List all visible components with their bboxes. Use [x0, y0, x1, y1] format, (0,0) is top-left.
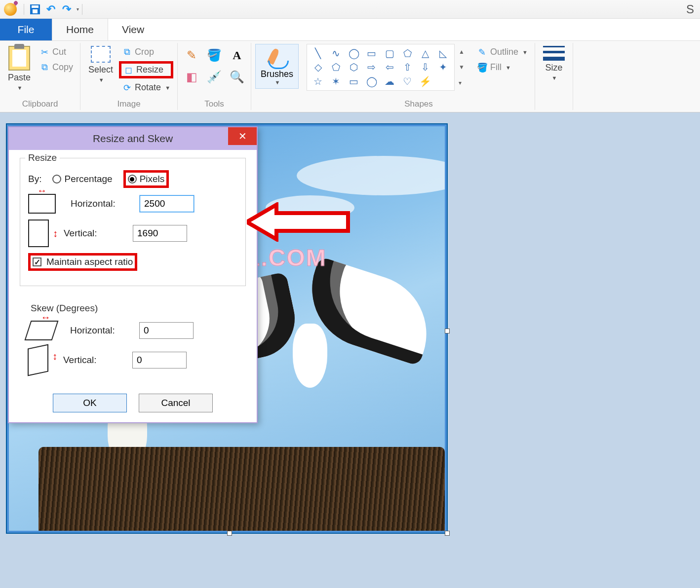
radio-pixels[interactable]: Pixels — [123, 170, 169, 188]
size-icon — [543, 46, 565, 61]
separator — [24, 4, 24, 15]
select-button[interactable]: Select ▼ — [84, 44, 117, 85]
tab-home[interactable]: Home — [52, 19, 108, 40]
maintain-aspect-checkbox[interactable]: ✓ Maintain aspect ratio — [28, 253, 137, 271]
magnifier-tool[interactable]: 🔍 — [227, 68, 247, 86]
shape-triangle-icon[interactable]: △ — [418, 47, 433, 59]
shape-lightning-icon[interactable]: ⚡ — [418, 75, 433, 87]
resize-skew-dialog: Resize and Skew ✕ Resize By: Percentage … — [8, 126, 258, 423]
skew-vertical-input[interactable] — [132, 352, 187, 368]
maintain-aspect-label: Maintain aspect ratio — [46, 257, 133, 267]
size-label: Size — [545, 63, 562, 73]
resize-label: Resize — [136, 65, 163, 75]
shape-right-triangle-icon[interactable]: ◺ — [435, 47, 451, 59]
resize-vertical-input[interactable] — [133, 225, 187, 242]
eraser-tool[interactable]: ◧ — [182, 68, 201, 86]
dialog-title: Resize and Skew — [93, 133, 173, 145]
size-button[interactable]: Size ▼ — [539, 44, 569, 83]
brushes-button[interactable]: Brushes ▼ — [255, 44, 299, 89]
shapes-gallery[interactable]: ╲ ∿ ◯ ▭ ▢ ⬠ △ ◺ ◇ ⬠ ⬡ ⇨ ⇦ ⇧ ⇩ ✦ ☆ — [307, 44, 455, 91]
crop-button[interactable]: ⧉ Crop — [119, 46, 173, 58]
radio-icon — [128, 175, 137, 184]
shape-pentagon-icon[interactable]: ⬠ — [328, 61, 344, 73]
text-tool[interactable]: A — [227, 46, 247, 65]
shape-polygon-icon[interactable]: ⬠ — [399, 47, 415, 59]
resize-vertical-label: Vertical: — [64, 228, 118, 239]
outline-icon: ✎ — [477, 47, 487, 57]
save-icon — [30, 4, 40, 14]
ok-button[interactable]: OK — [53, 394, 127, 412]
copy-button[interactable]: ⧉ Copy — [37, 61, 76, 74]
skew-horizontal-icon — [25, 321, 59, 340]
shape-callout-rect-icon[interactable]: ▭ — [346, 75, 362, 87]
cancel-button[interactable]: Cancel — [139, 394, 213, 412]
shape-callout-cloud-icon[interactable]: ☁ — [382, 75, 397, 87]
shape-arrow-down-icon[interactable]: ⇩ — [418, 61, 433, 73]
group-label: Image — [117, 99, 140, 109]
undo-button[interactable]: ↶ — [44, 2, 58, 16]
shape-4star-icon[interactable]: ✦ — [435, 61, 451, 73]
redo-button[interactable]: ↷ — [60, 2, 74, 16]
shapes-scroll-down[interactable]: ▼ — [457, 62, 467, 73]
shape-outline-button[interactable]: ✎ Outline ▼ — [474, 46, 531, 58]
checkbox-icon: ✓ — [33, 257, 41, 266]
shape-heart-icon[interactable]: ♡ — [399, 75, 415, 87]
copy-icon: ⧉ — [39, 63, 49, 73]
dialog-titlebar[interactable]: Resize and Skew ✕ — [9, 127, 257, 150]
shape-callout-oval-icon[interactable]: ◯ — [364, 75, 380, 87]
decorative-nest — [39, 447, 445, 531]
resize-horizontal-label: Horizontal: — [71, 198, 125, 209]
shape-oval-icon[interactable]: ◯ — [346, 47, 362, 59]
dialog-close-button[interactable]: ✕ — [228, 127, 257, 145]
rotate-button[interactable]: ⟳ Rotate ▼ — [119, 81, 173, 94]
resize-handle-right[interactable] — [445, 329, 450, 333]
shape-line-icon[interactable]: ╲ — [310, 47, 326, 59]
close-icon: ✕ — [238, 130, 247, 142]
group-label — [276, 99, 278, 109]
color-picker-tool[interactable]: 💉 — [204, 68, 224, 86]
shapes-scroll: ▲ ▼ ▾ — [455, 44, 468, 91]
shapes-scroll-up[interactable]: ▲ — [457, 46, 467, 57]
group-clipboard: Paste ▼ ✂ Cut ⧉ Copy Clipboard — [0, 43, 80, 110]
skew-horizontal-label: Horizontal: — [70, 325, 124, 336]
resize-button[interactable]: ◻ Resize — [119, 61, 173, 78]
shape-curve-icon[interactable]: ∿ — [328, 47, 344, 59]
resize-handle-corner[interactable] — [445, 531, 450, 536]
shapes-expand[interactable]: ▾ — [457, 77, 467, 88]
qat-customize[interactable]: ▾ — [77, 6, 79, 12]
fill-label: Fill — [490, 62, 502, 73]
select-icon — [91, 46, 111, 63]
save-button[interactable] — [28, 2, 42, 16]
shape-arrow-left-icon[interactable]: ⇦ — [382, 61, 397, 73]
tab-strip: File Home View — [0, 19, 700, 41]
tab-view[interactable]: View — [108, 19, 158, 40]
paste-button[interactable]: Paste ▼ — [4, 44, 35, 93]
shape-arrow-up-icon[interactable]: ⇧ — [399, 61, 415, 73]
shape-roundrect-icon[interactable]: ▢ — [382, 47, 397, 59]
shape-5star-icon[interactable]: ☆ — [310, 75, 326, 87]
shape-6star-icon[interactable]: ✶ — [328, 75, 344, 87]
paste-icon — [8, 46, 30, 71]
group-tools: ✎ 🪣 A ◧ 💉 🔍 Tools — [178, 43, 251, 110]
shape-fill-button[interactable]: 🪣 Fill ▼ — [474, 61, 531, 74]
fill-tool[interactable]: 🪣 — [204, 46, 224, 65]
shape-arrow-right-icon[interactable]: ⇨ — [364, 61, 380, 73]
brush-icon — [266, 47, 288, 69]
group-image: Select ▼ ⧉ Crop ◻ Resize ⟳ Rotate ▼ Im — [80, 43, 178, 110]
cut-button[interactable]: ✂ Cut — [37, 46, 76, 58]
shape-rect-icon[interactable]: ▭ — [364, 47, 380, 59]
pixels-label: Pixels — [140, 174, 165, 184]
pencil-tool[interactable]: ✎ — [182, 46, 201, 65]
vertical-icon — [28, 220, 49, 247]
skew-horizontal-input[interactable] — [139, 322, 194, 339]
shape-hexagon-icon[interactable]: ⬡ — [346, 61, 362, 73]
tab-file[interactable]: File — [0, 19, 52, 40]
resize-horizontal-input[interactable] — [140, 195, 194, 212]
crop-icon: ⧉ — [122, 47, 132, 57]
brushes-label: Brushes — [261, 69, 293, 79]
group-label: Clipboard — [22, 99, 58, 109]
radio-percentage[interactable]: Percentage — [52, 174, 112, 184]
shape-diamond-icon[interactable]: ◇ — [310, 61, 326, 73]
resize-handle-bottom[interactable] — [227, 531, 232, 536]
ribbon: Paste ▼ ✂ Cut ⧉ Copy Clipboard Select ▼ — [0, 41, 700, 112]
